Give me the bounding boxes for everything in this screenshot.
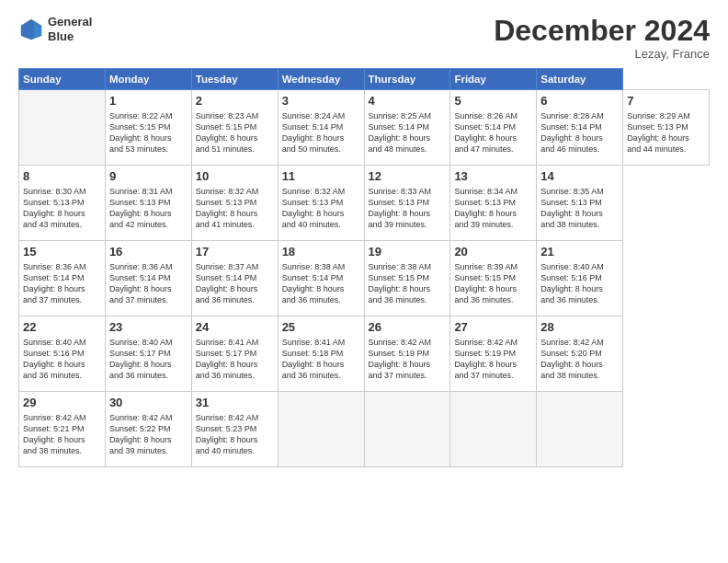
logo: General Blue [18, 15, 92, 43]
day-header-monday: Monday [105, 69, 191, 90]
day-info: Sunrise: 8:36 AM Sunset: 5:14 PM Dayligh… [109, 261, 188, 306]
day-number: 13 [454, 168, 532, 185]
calendar-cell: 15Sunrise: 8:36 AM Sunset: 5:14 PM Dayli… [19, 241, 106, 316]
logo-line2: Blue [48, 29, 92, 44]
day-number: 10 [196, 168, 274, 185]
calendar-cell: 25Sunrise: 8:41 AM Sunset: 5:18 PM Dayli… [278, 316, 364, 392]
day-info: Sunrise: 8:41 AM Sunset: 5:18 PM Dayligh… [282, 337, 360, 382]
calendar-cell: 6Sunrise: 8:28 AM Sunset: 5:14 PM Daylig… [537, 90, 623, 166]
day-info: Sunrise: 8:42 AM Sunset: 5:19 PM Dayligh… [369, 337, 447, 382]
calendar-cell: 11Sunrise: 8:32 AM Sunset: 5:13 PM Dayli… [278, 166, 364, 241]
day-number: 28 [540, 319, 619, 336]
day-info: Sunrise: 8:42 AM Sunset: 5:22 PM Dayligh… [109, 412, 188, 457]
calendar-cell: 8Sunrise: 8:30 AM Sunset: 5:13 PM Daylig… [19, 166, 106, 241]
day-number: 14 [540, 168, 619, 185]
day-info: Sunrise: 8:42 AM Sunset: 5:19 PM Dayligh… [454, 337, 532, 382]
day-number: 4 [369, 93, 447, 109]
day-number: 6 [540, 93, 619, 109]
day-number: 11 [282, 168, 360, 185]
day-header-sunday: Sunday [19, 69, 106, 90]
day-info: Sunrise: 8:35 AM Sunset: 5:13 PM Dayligh… [540, 186, 619, 231]
calendar-cell: 5Sunrise: 8:26 AM Sunset: 5:14 PM Daylig… [450, 90, 537, 166]
calendar-cell: 3Sunrise: 8:24 AM Sunset: 5:14 PM Daylig… [278, 90, 364, 166]
day-info: Sunrise: 8:25 AM Sunset: 5:14 PM Dayligh… [369, 110, 447, 155]
day-number: 24 [196, 319, 274, 336]
week-row-3: 22Sunrise: 8:40 AM Sunset: 5:16 PM Dayli… [19, 316, 710, 392]
calendar-cell: 12Sunrise: 8:33 AM Sunset: 5:13 PM Dayli… [364, 166, 450, 241]
day-number: 8 [23, 168, 101, 185]
day-info: Sunrise: 8:26 AM Sunset: 5:14 PM Dayligh… [454, 110, 532, 155]
day-number: 29 [23, 395, 101, 411]
page: General Blue December 2024 Lezay, France… [0, 0, 728, 563]
day-header-saturday: Saturday [537, 69, 623, 90]
day-info: Sunrise: 8:39 AM Sunset: 5:15 PM Dayligh… [454, 261, 532, 306]
calendar-cell: 24Sunrise: 8:41 AM Sunset: 5:17 PM Dayli… [191, 316, 278, 392]
week-row-2: 15Sunrise: 8:36 AM Sunset: 5:14 PM Dayli… [19, 241, 710, 316]
calendar-cell [537, 392, 623, 467]
calendar-cell: 22Sunrise: 8:40 AM Sunset: 5:16 PM Dayli… [19, 316, 106, 392]
calendar-cell [19, 90, 106, 166]
day-info: Sunrise: 8:41 AM Sunset: 5:17 PM Dayligh… [196, 337, 274, 382]
calendar-cell [364, 392, 450, 467]
day-number: 23 [109, 319, 188, 336]
day-info: Sunrise: 8:37 AM Sunset: 5:14 PM Dayligh… [196, 261, 274, 306]
day-info: Sunrise: 8:31 AM Sunset: 5:13 PM Dayligh… [109, 186, 188, 231]
day-info: Sunrise: 8:24 AM Sunset: 5:14 PM Dayligh… [282, 110, 360, 155]
calendar-cell: 26Sunrise: 8:42 AM Sunset: 5:19 PM Dayli… [364, 316, 450, 392]
calendar-cell [278, 392, 364, 467]
day-info: Sunrise: 8:32 AM Sunset: 5:13 PM Dayligh… [282, 186, 360, 231]
day-info: Sunrise: 8:29 AM Sunset: 5:13 PM Dayligh… [627, 110, 705, 155]
day-number: 22 [23, 319, 101, 336]
day-number: 1 [109, 93, 188, 109]
day-info: Sunrise: 8:32 AM Sunset: 5:13 PM Dayligh… [196, 186, 274, 231]
header-row: SundayMondayTuesdayWednesdayThursdayFrid… [19, 69, 710, 90]
month-title: December 2024 [494, 15, 710, 47]
day-info: Sunrise: 8:42 AM Sunset: 5:21 PM Dayligh… [23, 412, 101, 457]
day-number: 9 [109, 168, 188, 185]
title-block: December 2024 Lezay, France [494, 15, 710, 61]
day-info: Sunrise: 8:23 AM Sunset: 5:15 PM Dayligh… [196, 110, 274, 155]
day-info: Sunrise: 8:36 AM Sunset: 5:14 PM Dayligh… [23, 261, 101, 306]
day-number: 25 [282, 319, 360, 336]
header: General Blue December 2024 Lezay, France [18, 15, 710, 61]
calendar-table: SundayMondayTuesdayWednesdayThursdayFrid… [18, 68, 710, 467]
day-number: 5 [454, 93, 532, 109]
day-info: Sunrise: 8:34 AM Sunset: 5:13 PM Dayligh… [454, 186, 532, 231]
day-number: 18 [282, 244, 360, 260]
location: Lezay, France [494, 47, 710, 61]
calendar-cell: 20Sunrise: 8:39 AM Sunset: 5:15 PM Dayli… [450, 241, 537, 316]
calendar-cell: 2Sunrise: 8:23 AM Sunset: 5:15 PM Daylig… [191, 90, 278, 166]
day-info: Sunrise: 8:28 AM Sunset: 5:14 PM Dayligh… [540, 110, 619, 155]
calendar-cell: 10Sunrise: 8:32 AM Sunset: 5:13 PM Dayli… [191, 166, 278, 241]
day-info: Sunrise: 8:40 AM Sunset: 5:16 PM Dayligh… [23, 337, 101, 382]
calendar-cell: 14Sunrise: 8:35 AM Sunset: 5:13 PM Dayli… [537, 166, 623, 241]
day-header-thursday: Thursday [364, 69, 450, 90]
calendar-cell: 27Sunrise: 8:42 AM Sunset: 5:19 PM Dayli… [450, 316, 537, 392]
day-info: Sunrise: 8:42 AM Sunset: 5:20 PM Dayligh… [540, 337, 619, 382]
day-number: 20 [454, 244, 532, 260]
calendar-cell: 30Sunrise: 8:42 AM Sunset: 5:22 PM Dayli… [105, 392, 191, 467]
week-row-0: 1Sunrise: 8:22 AM Sunset: 5:15 PM Daylig… [19, 90, 710, 166]
day-number: 26 [369, 319, 447, 336]
calendar-cell: 31Sunrise: 8:42 AM Sunset: 5:23 PM Dayli… [191, 392, 278, 467]
day-number: 21 [540, 244, 619, 260]
day-info: Sunrise: 8:30 AM Sunset: 5:13 PM Dayligh… [23, 186, 101, 231]
week-row-1: 8Sunrise: 8:30 AM Sunset: 5:13 PM Daylig… [19, 166, 710, 241]
calendar-cell: 1Sunrise: 8:22 AM Sunset: 5:15 PM Daylig… [105, 90, 191, 166]
calendar-cell: 19Sunrise: 8:38 AM Sunset: 5:15 PM Dayli… [364, 241, 450, 316]
day-number: 31 [196, 395, 274, 411]
day-info: Sunrise: 8:40 AM Sunset: 5:16 PM Dayligh… [540, 261, 619, 306]
day-number: 15 [23, 244, 101, 260]
day-number: 30 [109, 395, 188, 411]
calendar-cell: 17Sunrise: 8:37 AM Sunset: 5:14 PM Dayli… [191, 241, 278, 316]
day-header-tuesday: Tuesday [191, 69, 278, 90]
calendar-cell [450, 392, 537, 467]
calendar-cell: 16Sunrise: 8:36 AM Sunset: 5:14 PM Dayli… [105, 241, 191, 316]
calendar-cell: 7Sunrise: 8:29 AM Sunset: 5:13 PM Daylig… [623, 90, 710, 166]
day-number: 16 [109, 244, 188, 260]
day-header-friday: Friday [450, 69, 537, 90]
calendar-cell: 23Sunrise: 8:40 AM Sunset: 5:17 PM Dayli… [105, 316, 191, 392]
calendar-cell: 9Sunrise: 8:31 AM Sunset: 5:13 PM Daylig… [105, 166, 191, 241]
day-info: Sunrise: 8:33 AM Sunset: 5:13 PM Dayligh… [369, 186, 447, 231]
day-info: Sunrise: 8:38 AM Sunset: 5:14 PM Dayligh… [282, 261, 360, 306]
